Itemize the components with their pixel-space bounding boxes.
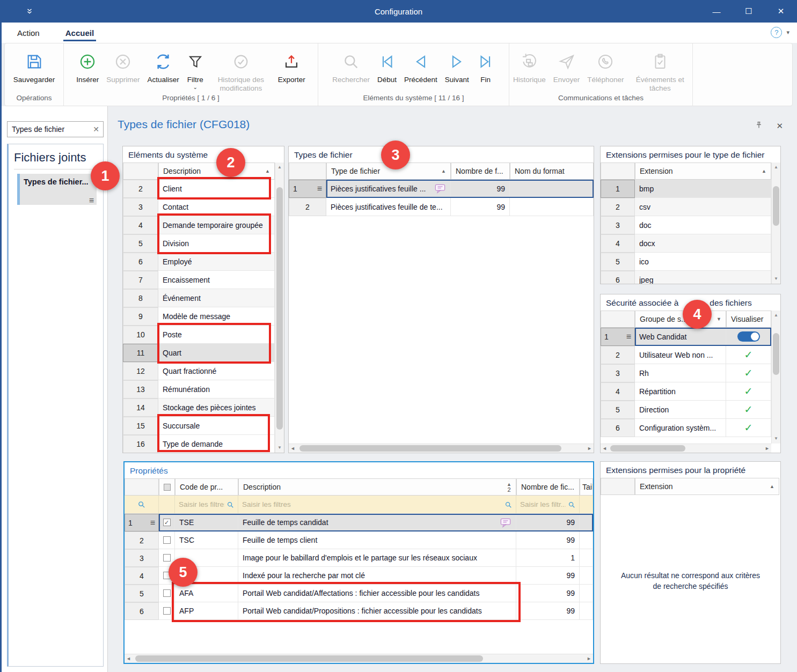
checkbox-unchecked[interactable]	[163, 607, 171, 615]
table-row[interactable]: 3doc	[601, 216, 780, 234]
table-row[interactable]: 4Répartition✓	[601, 382, 780, 401]
scroll-down-icon[interactable]: ▼	[772, 275, 780, 283]
scrollbar-thumb[interactable]	[773, 333, 779, 375]
filter-cell[interactable]	[580, 496, 593, 514]
sidebar-item-types-de-fichier[interactable]: Types de fichier... ≡	[17, 174, 97, 205]
checkbox-unchecked[interactable]	[163, 554, 171, 562]
table-row[interactable]: 8Événement	[123, 289, 284, 307]
checkbox-unchecked[interactable]	[163, 536, 171, 544]
scroll-right-icon[interactable]: ►	[587, 654, 591, 663]
filter-dropdown-icon[interactable]: ⌄	[193, 85, 198, 90]
scroll-up-icon[interactable]: ▲	[772, 312, 780, 319]
table-row[interactable]: 5Division	[123, 234, 284, 253]
filter-nombre-input[interactable]: Saisir les filtr...	[516, 496, 580, 514]
table-row[interactable]: 4docx	[601, 234, 780, 253]
save-button[interactable]: Sauvegarder	[10, 48, 59, 84]
checkbox-checked[interactable]: ✓	[163, 519, 171, 526]
table-row[interactable]: 13Rémunération	[123, 380, 284, 398]
clear-search-icon[interactable]: ✕	[89, 125, 103, 134]
delete-button[interactable]: Supprimer	[103, 48, 143, 84]
filter-button[interactable]: Filtre ⌄	[183, 48, 208, 90]
table-row[interactable]: 6Employé	[123, 253, 284, 271]
previous-record-button[interactable]: Précédent	[400, 48, 441, 84]
filter-cell[interactable]	[125, 496, 159, 514]
help-icon[interactable]: ?	[771, 27, 782, 38]
column-header-checkbox[interactable]	[159, 478, 175, 496]
table-row[interactable]: 5Direction✓	[601, 401, 780, 419]
send-button[interactable]: Envoyer	[550, 48, 584, 84]
change-history-button[interactable]: Historique des modifications	[208, 48, 274, 92]
table-row[interactable]: 6Configuration systèm...✓	[601, 419, 780, 437]
horizontal-scrollbar[interactable]: ◄ ►	[601, 444, 771, 453]
table-row-selected[interactable]: 1bmp	[601, 180, 780, 198]
scrollbar-thumb[interactable]	[299, 445, 561, 452]
tab-action[interactable]: Action	[16, 28, 41, 38]
column-header-taille[interactable]: Tail	[580, 478, 593, 496]
scrollbar-thumb[interactable]	[276, 187, 283, 430]
scrollbar-thumb[interactable]	[773, 186, 779, 226]
comment-icon[interactable]	[500, 518, 511, 528]
filter-code-input[interactable]: Saisir les filtres	[175, 496, 238, 514]
column-header-nombre[interactable]: Nombre de fic...	[516, 478, 580, 496]
pin-icon[interactable]	[755, 121, 763, 131]
scrollbar-thumb[interactable]	[610, 445, 685, 452]
first-record-button[interactable]: Début	[374, 48, 400, 84]
scroll-down-icon[interactable]: ▼	[275, 444, 284, 452]
table-row[interactable]: 3Rh✓	[601, 364, 780, 382]
comment-icon[interactable]	[434, 183, 446, 194]
column-header-visualiser[interactable]: Visualiser	[726, 311, 771, 328]
table-row[interactable]: 3Contact	[123, 198, 284, 216]
checkbox-unchecked[interactable]	[163, 589, 171, 597]
filter-dropdown-icon[interactable]: ▼	[713, 316, 721, 322]
phone-button[interactable]: Téléphoner	[583, 48, 627, 84]
table-row[interactable]: 16Type de demande	[123, 435, 284, 453]
close-document-icon[interactable]: ✕	[776, 121, 783, 131]
table-row[interactable]: 7Encaissement	[123, 271, 284, 289]
scroll-up-icon[interactable]: ▲	[275, 164, 284, 171]
vertical-scrollbar[interactable]: ▲ ▼	[771, 311, 780, 444]
drag-handle-icon[interactable]: ≡	[89, 197, 94, 204]
scroll-left-icon[interactable]: ◄	[602, 444, 607, 453]
drag-handle-icon[interactable]: ≡	[317, 186, 322, 192]
table-row[interactable]: 10Poste	[123, 326, 284, 344]
table-row[interactable]: 12Quart fractionné	[123, 362, 284, 380]
scroll-up-icon[interactable]: ▲	[772, 164, 780, 171]
table-row[interactable]: 6jpeg	[601, 271, 780, 284]
next-record-button[interactable]: Suivant	[441, 48, 473, 84]
column-header-extension[interactable]: Extension ▲	[635, 163, 771, 180]
filter-cell[interactable]	[159, 496, 175, 514]
horizontal-scrollbar[interactable]: ◄ ►	[289, 444, 594, 453]
column-header-format[interactable]: Nom du format	[510, 163, 594, 180]
table-row[interactable]: 15Succursale	[123, 417, 284, 435]
table-row[interactable]: 14Stockage des pièces jointes	[123, 398, 284, 417]
export-button[interactable]: Exporter	[274, 48, 309, 84]
horizontal-scrollbar[interactable]: ◄ ►	[125, 654, 593, 663]
table-row[interactable]: 2 TSC Feuille de temps client 99	[125, 531, 593, 549]
toggle-on[interactable]	[737, 331, 760, 342]
refresh-button[interactable]: Actualiser	[144, 48, 183, 84]
table-row[interactable]: 6 AFP Portail Web candidat/Propositions …	[125, 602, 593, 620]
minimize-button[interactable]: —	[700, 0, 733, 23]
drag-handle-icon[interactable]: ≡	[626, 334, 631, 340]
scrollbar-thumb[interactable]	[135, 655, 483, 662]
history-button[interactable]: Historique	[509, 48, 550, 84]
table-row[interactable]: 5ico	[601, 253, 780, 271]
column-header-description[interactable]: Description ▲2	[238, 478, 516, 496]
last-record-button[interactable]: Fin	[473, 48, 499, 84]
table-row-selected[interactable]: 1 ≡ Web Candidat	[601, 328, 780, 346]
table-row[interactable]: 2 Pièces justificatives feuille de te...…	[289, 198, 594, 216]
table-row-selected[interactable]: 1 ≡ Pièces justificatives feuille ... 99	[289, 180, 594, 198]
scroll-down-icon[interactable]: ▼	[772, 435, 780, 442]
drag-handle-icon[interactable]: ≡	[150, 520, 155, 526]
table-row[interactable]: 2Utilisateur Web non ...✓	[601, 346, 780, 364]
scroll-right-icon[interactable]: ►	[587, 444, 592, 453]
maximize-button[interactable]: ☐	[733, 0, 765, 23]
column-header-code[interactable]: Code de pr...	[175, 478, 238, 496]
column-header-extension[interactable]: Extension ▲	[635, 478, 779, 495]
filter-description-input[interactable]: Saisir les filtres	[238, 496, 516, 514]
vertical-scrollbar[interactable]: ▲ ▼	[771, 163, 780, 284]
table-row[interactable]: 2Client	[123, 180, 284, 198]
search-button[interactable]: Rechercher	[328, 48, 374, 84]
scroll-right-icon[interactable]: ►	[765, 444, 770, 453]
table-row-selected[interactable]: 11Quart	[123, 344, 284, 362]
